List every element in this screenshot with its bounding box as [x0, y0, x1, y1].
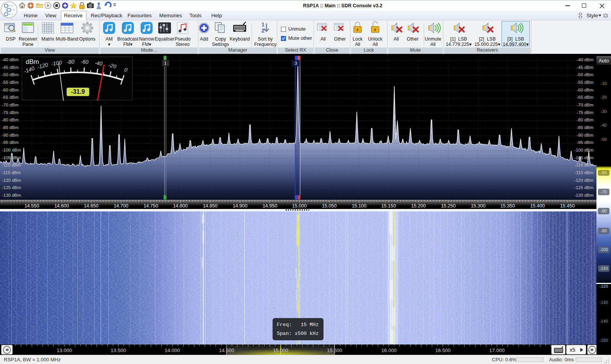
svg-text:2: 2 [261, 28, 265, 34]
svg-text:1: 1 [261, 21, 265, 28]
